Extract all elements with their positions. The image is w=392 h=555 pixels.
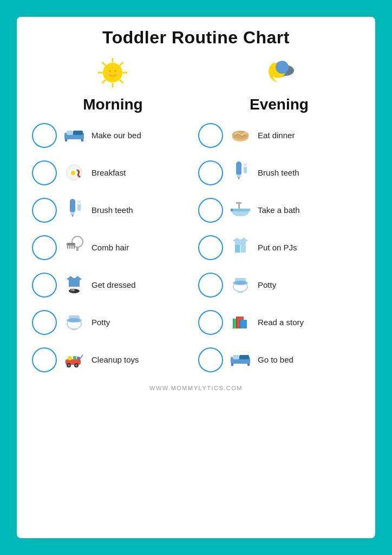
svg-rect-90 xyxy=(247,363,250,366)
breakfast-label: Breakfast xyxy=(92,168,194,177)
svg-point-78 xyxy=(233,281,248,285)
svg-point-9 xyxy=(109,70,111,72)
evening-label: Evening xyxy=(250,96,309,113)
checkbox-make-bed[interactable] xyxy=(32,123,57,148)
svg-rect-37 xyxy=(70,289,75,292)
svg-line-46 xyxy=(80,355,83,359)
potty-morning-label: Potty xyxy=(92,318,194,327)
potty-evening-icon xyxy=(226,270,254,299)
checkbox-cleanup-toys[interactable] xyxy=(32,347,57,372)
list-item: Make our bed xyxy=(30,118,196,153)
list-item: Get dressed xyxy=(30,267,196,302)
svg-rect-69 xyxy=(231,209,233,211)
svg-rect-70 xyxy=(238,203,240,209)
svg-rect-83 xyxy=(236,317,237,328)
read-story-label: Read a story xyxy=(258,318,360,327)
svg-rect-30 xyxy=(76,247,79,251)
svg-rect-21 xyxy=(70,199,75,213)
books-icon xyxy=(226,308,254,337)
breakfast-icon xyxy=(60,158,88,187)
brush-teeth-morning-label: Brush teeth xyxy=(92,205,194,215)
svg-line-8 xyxy=(103,80,106,83)
checkbox-potty-evening[interactable] xyxy=(198,273,223,298)
list-item: Brush teeth xyxy=(196,155,362,190)
put-on-pjs-label: Put on PJs xyxy=(258,243,360,252)
svg-rect-81 xyxy=(233,319,234,328)
svg-rect-68 xyxy=(231,209,250,211)
columns: Morning xyxy=(30,55,362,379)
checkbox-breakfast[interactable] xyxy=(32,160,57,185)
toothbrush-morning-icon xyxy=(60,196,88,224)
outer-border: Toddler Routine Chart xyxy=(9,9,383,546)
cleanup-toys-label: Cleanup toys xyxy=(92,355,194,364)
eat-dinner-label: Eat dinner xyxy=(258,131,360,140)
svg-point-53 xyxy=(77,357,80,360)
list-item: Take a bath xyxy=(196,192,362,228)
list-item: Comb hair xyxy=(30,230,196,265)
checkbox-potty-morning[interactable] xyxy=(32,310,57,335)
svg-point-51 xyxy=(68,356,72,360)
toy-icon xyxy=(60,345,88,374)
moon-icon xyxy=(262,55,296,95)
svg-rect-35 xyxy=(74,246,75,249)
go-to-bed-label: Go to bed xyxy=(258,355,360,364)
svg-rect-16 xyxy=(65,139,67,141)
svg-line-6 xyxy=(120,80,123,83)
potty-morning-icon xyxy=(60,308,88,337)
sun-icon xyxy=(95,55,130,95)
svg-rect-60 xyxy=(236,162,241,176)
svg-rect-62 xyxy=(238,177,239,179)
list-item: Read a story xyxy=(196,305,362,340)
checkbox-comb-hair[interactable] xyxy=(32,235,57,260)
checkbox-read-story[interactable] xyxy=(198,310,223,335)
checkbox-brush-teeth-evening[interactable] xyxy=(198,160,223,185)
checkbox-brush-teeth-morning[interactable] xyxy=(32,198,57,223)
svg-point-38 xyxy=(71,289,73,291)
svg-rect-34 xyxy=(71,246,73,249)
list-item: Cleanup toys xyxy=(30,342,196,377)
svg-point-48 xyxy=(68,364,70,366)
svg-rect-23 xyxy=(72,215,73,217)
comb-hair-label: Comb hair xyxy=(92,243,194,252)
svg-rect-52 xyxy=(73,356,76,359)
checkbox-take-bath[interactable] xyxy=(198,198,223,223)
potty-evening-label: Potty xyxy=(258,280,360,289)
svg-rect-87 xyxy=(233,355,239,359)
svg-line-7 xyxy=(120,63,123,66)
footer-text: WWW.MOMMYLYTICS.COM xyxy=(149,385,243,391)
svg-rect-15 xyxy=(73,131,83,135)
svg-line-5 xyxy=(103,63,106,66)
morning-header: Morning xyxy=(83,55,142,113)
take-bath-label: Take a bath xyxy=(258,205,360,215)
dinner-icon xyxy=(226,121,254,150)
svg-rect-31 xyxy=(67,243,75,246)
list-item: Potty xyxy=(196,267,362,302)
evening-column: Evening Eat dinner xyxy=(196,55,362,379)
svg-point-10 xyxy=(114,70,116,72)
svg-rect-73 xyxy=(235,245,240,253)
svg-rect-33 xyxy=(69,246,70,249)
card: Toddler Routine Chart xyxy=(17,17,375,538)
bed-icon xyxy=(60,121,88,150)
svg-rect-85 xyxy=(239,320,240,328)
list-item: Breakfast xyxy=(30,155,196,190)
checkbox-go-to-bed[interactable] xyxy=(198,347,223,372)
svg-point-11 xyxy=(106,73,109,75)
clothes-icon xyxy=(60,270,88,299)
checkbox-eat-dinner[interactable] xyxy=(198,123,223,148)
svg-rect-14 xyxy=(67,131,73,135)
svg-rect-89 xyxy=(231,363,233,366)
get-dressed-label: Get dressed xyxy=(92,280,194,289)
svg-point-0 xyxy=(103,63,122,82)
toothbrush-evening-icon xyxy=(226,158,254,187)
list-item: Brush teeth xyxy=(30,192,196,228)
page-title: Toddler Routine Chart xyxy=(102,28,290,48)
checkbox-get-dressed[interactable] xyxy=(32,273,57,298)
svg-rect-71 xyxy=(236,202,241,204)
make-bed-label: Make our bed xyxy=(92,131,194,140)
evening-header: Evening xyxy=(250,55,309,113)
pjs-icon xyxy=(226,233,254,262)
svg-point-43 xyxy=(67,318,82,322)
checkbox-put-on-pjs[interactable] xyxy=(198,235,223,260)
svg-point-50 xyxy=(75,364,77,366)
